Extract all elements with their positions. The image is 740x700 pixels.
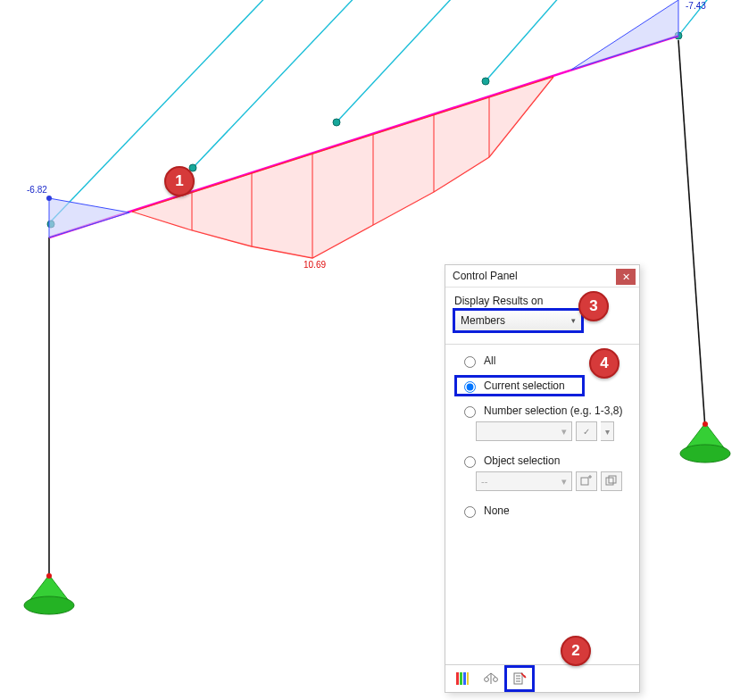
radio-object-row[interactable]: Object selection <box>460 454 630 468</box>
annotation-2: 2 <box>561 636 591 666</box>
svg-rect-30 <box>581 478 588 485</box>
object-select[interactable]: --▾ <box>476 471 572 491</box>
tab-factors[interactable] <box>478 667 504 690</box>
svg-rect-33 <box>606 478 613 485</box>
control-panel: Control Panel ✕ Display Results on Membe… <box>445 264 640 693</box>
svg-marker-19 <box>49 198 129 238</box>
svg-rect-36 <box>460 672 462 685</box>
radio-none-row[interactable]: None <box>460 504 630 518</box>
radio-all-label: All <box>484 354 495 367</box>
close-icon: ✕ <box>622 271 630 283</box>
svg-point-21 <box>46 196 52 201</box>
svg-marker-20 <box>571 0 678 70</box>
svg-point-7 <box>482 78 489 85</box>
value-right: -7.43 <box>686 1 706 11</box>
value-bottom: 10.69 <box>303 260 326 270</box>
radio-none[interactable] <box>464 506 476 518</box>
radio-current[interactable] <box>464 381 476 393</box>
select-set-icon <box>605 475 618 488</box>
svg-point-41 <box>494 678 498 682</box>
svg-rect-37 <box>463 672 466 685</box>
value-left: -6.82 <box>27 185 47 195</box>
tab-colors[interactable] <box>449 667 476 690</box>
display-results-select[interactable]: Members ▾ <box>454 310 582 331</box>
radio-none-label: None <box>484 504 510 517</box>
object-pick-button[interactable] <box>576 471 597 491</box>
svg-line-3 <box>484 0 580 83</box>
svg-point-13 <box>24 596 74 614</box>
svg-rect-34 <box>609 476 616 483</box>
select-value: Members <box>461 314 505 327</box>
scales-icon <box>484 671 498 686</box>
svg-rect-35 <box>456 672 459 685</box>
annotation-4: 4 <box>589 348 619 379</box>
panel-tabs <box>445 664 639 692</box>
close-button[interactable]: ✕ <box>616 269 636 285</box>
tab-filter[interactable] <box>506 667 533 690</box>
chevron-down-icon: ▾ <box>605 427 610 437</box>
number-dropdown-button[interactable]: ▾ <box>601 421 614 441</box>
svg-point-6 <box>333 119 340 126</box>
radio-number[interactable] <box>464 406 476 418</box>
select-plus-icon <box>580 475 593 488</box>
annotation-1: 1 <box>164 166 195 196</box>
radio-object-label: Object selection <box>484 454 560 467</box>
svg-point-16 <box>680 445 730 462</box>
svg-point-14 <box>46 573 52 579</box>
svg-rect-38 <box>467 672 469 685</box>
radio-number-row[interactable]: Number selection (e.g. 1-3,8) <box>460 404 630 418</box>
number-apply-button[interactable]: ✓ <box>576 421 597 441</box>
object-list-button[interactable] <box>601 471 622 491</box>
chevron-down-icon: ▾ <box>571 316 576 325</box>
svg-line-11 <box>678 40 705 429</box>
panel-titlebar[interactable]: Control Panel ✕ <box>445 265 639 288</box>
number-select[interactable]: ▾ <box>476 421 572 441</box>
radio-number-label: Number selection (e.g. 1-3,8) <box>484 404 622 417</box>
radio-object[interactable] <box>464 456 476 468</box>
annotation-3: 3 <box>578 291 609 321</box>
radio-current-label: Current selection <box>484 379 565 392</box>
svg-point-17 <box>703 421 708 427</box>
panel-title: Control Panel <box>453 270 518 282</box>
radio-current-row[interactable]: Current selection <box>456 377 583 395</box>
colors-icon <box>455 671 470 686</box>
check-icon: ✓ <box>583 427 590 437</box>
chevron-down-icon: ▾ <box>561 476 567 488</box>
chevron-down-icon: ▾ <box>561 426 567 438</box>
svg-point-40 <box>485 678 489 682</box>
filter-list-icon <box>512 671 527 686</box>
radio-all[interactable] <box>464 356 476 368</box>
